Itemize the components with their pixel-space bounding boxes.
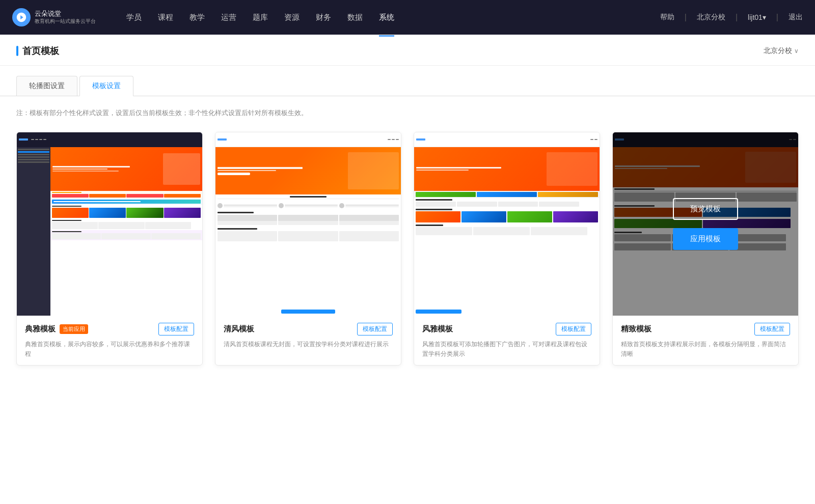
template-desc-jingzhi: 精致首页模板支持课程展示封面，各模板分隔明显，界面简洁清晰 — [621, 340, 790, 359]
config-button-dianya[interactable]: 模板配置 — [158, 323, 194, 335]
config-button-qingfeng[interactable]: 模板配置 — [357, 323, 393, 335]
logo-text: 云朵说堂 教育机构一站式服务云平台 — [35, 10, 96, 25]
nav-item-data[interactable]: 数据 — [347, 11, 363, 24]
main-nav: 云朵说堂 教育机构一站式服务云平台 学员 课程 教学 运营 题库 资源 财务 数… — [0, 0, 815, 35]
template-preview-fengya[interactable] — [414, 132, 600, 316]
content-area: 注：模板有部分个性化样式设置，设置后仅当前模板生效；非个性化样式设置后针对所有模… — [0, 96, 815, 378]
template-footer-dianya: 典雅模板 当前应用 模板配置 典雅首页模板，展示内容较多，可以展示优惠券和多个推… — [17, 316, 202, 365]
config-button-fengya[interactable]: 模板配置 — [556, 323, 591, 335]
template-card-jingzhi: 预览模板 应用模板 精致模板 模板配置 精致首页模板支持课程展示封面，各模板分隔… — [612, 132, 799, 366]
template-card-fengya: 风雅模板 模板配置 风雅首页模板可添加轮播图下广告图片，可对课程及课程包设置学科… — [414, 132, 600, 366]
tab-carousel[interactable]: 轮播图设置 — [16, 76, 77, 96]
template-desc-dianya: 典雅首页模板，展示内容较多，可以展示优惠券和多个推荐课程 — [25, 340, 194, 359]
template-card-dianya: 典雅模板 当前应用 模板配置 典雅首页模板，展示内容较多，可以展示优惠券和多个推… — [16, 132, 203, 366]
nav-item-resources[interactable]: 资源 — [284, 11, 300, 24]
template-card-qingfeng: 清风模板 模板配置 清风首页模板课程无封面，可设置按学科分类对课程进行展示 — [215, 132, 401, 366]
nav-item-course[interactable]: 课程 — [158, 11, 173, 24]
nav-right: 帮助 | 北京分校 | lijt01▾ | 退出 — [660, 13, 803, 22]
logo-icon — [12, 8, 31, 26]
template-grid: 典雅模板 当前应用 模板配置 典雅首页模板，展示内容较多，可以展示优惠券和多个推… — [16, 132, 799, 366]
nav-item-finance[interactable]: 财务 — [316, 11, 331, 24]
config-button-jingzhi[interactable]: 模板配置 — [754, 323, 790, 335]
tab-bar: 轮播图设置 模板设置 — [0, 66, 815, 96]
nav-item-students[interactable]: 学员 — [126, 11, 142, 24]
nav-logo[interactable]: 云朵说堂 教育机构一站式服务云平台 — [12, 8, 96, 26]
template-name-fengya: 风雅模板 — [422, 324, 453, 334]
nav-item-teaching[interactable]: 教学 — [189, 11, 205, 24]
nav-branch[interactable]: 北京分校 — [697, 13, 725, 22]
template-desc-fengya: 风雅首页模板可添加轮播图下广告图片，可对课程及课程包设置学科分类展示 — [422, 340, 591, 359]
nav-item-questions[interactable]: 题库 — [253, 11, 268, 24]
page-title: 首页模板 — [16, 45, 59, 57]
template-footer-fengya: 风雅模板 模板配置 风雅首页模板可添加轮播图下广告图片，可对课程及课程包设置学科… — [414, 316, 600, 365]
current-badge: 当前应用 — [60, 324, 88, 334]
nav-user[interactable]: lijt01▾ — [748, 13, 766, 21]
tab-template[interactable]: 模板设置 — [79, 76, 133, 96]
apply-template-button[interactable]: 应用模板 — [673, 228, 738, 250]
note-text: 注：模板有部分个性化样式设置，设置后仅当前模板生效；非个性化样式设置后针对所有模… — [16, 108, 799, 118]
nav-item-system[interactable]: 系统 — [379, 11, 394, 24]
template-name-jingzhi: 精致模板 — [621, 324, 651, 334]
page-header: 首页模板 北京分校 ∨ — [0, 35, 815, 66]
nav-logout[interactable]: 退出 — [789, 13, 803, 22]
preview-template-button[interactable]: 预览模板 — [673, 198, 738, 220]
template-name-qingfeng: 清风模板 — [224, 324, 254, 334]
branch-arrow-icon: ∨ — [794, 47, 799, 54]
template-preview-dianya[interactable] — [17, 132, 202, 316]
nav-item-operations[interactable]: 运营 — [221, 11, 236, 24]
template-preview-qingfeng[interactable] — [215, 132, 401, 316]
nav-menu: 学员 课程 教学 运营 题库 资源 财务 数据 系统 — [126, 11, 660, 24]
page: 首页模板 北京分校 ∨ 轮播图设置 模板设置 注：模板有部分个性化样式设置，设置… — [0, 35, 815, 504]
branch-selector[interactable]: 北京分校 ∨ — [764, 46, 799, 55]
template-footer-jingzhi: 精致模板 模板配置 精致首页模板支持课程展示封面，各模板分隔明显，界面简洁清晰 — [613, 316, 798, 365]
template-preview-jingzhi[interactable]: 预览模板 应用模板 — [613, 132, 798, 316]
template-name-dianya: 典雅模板 当前应用 — [25, 324, 88, 334]
template-desc-qingfeng: 清风首页模板课程无封面，可设置按学科分类对课程进行展示 — [224, 340, 393, 349]
nav-help[interactable]: 帮助 — [660, 13, 674, 22]
template-footer-qingfeng: 清风模板 模板配置 清风首页模板课程无封面，可设置按学科分类对课程进行展示 — [215, 316, 401, 355]
template-overlay-jingzhi: 预览模板 应用模板 — [613, 132, 798, 316]
